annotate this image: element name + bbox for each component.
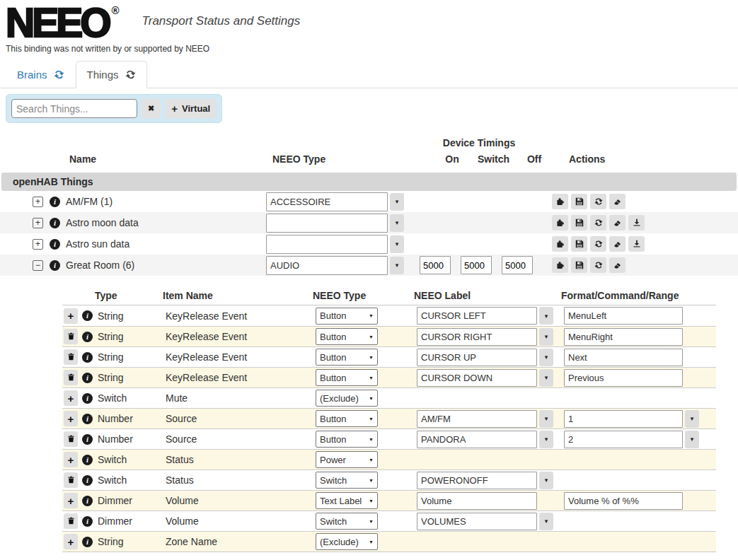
neeo-type-input[interactable] xyxy=(266,192,388,211)
format-command-range-input[interactable] xyxy=(564,492,683,510)
export-button[interactable] xyxy=(628,236,645,252)
delete-channel-button[interactable] xyxy=(64,349,78,365)
info-icon[interactable]: i xyxy=(82,516,93,527)
neeo-label-input[interactable] xyxy=(417,492,537,510)
neeo-type-dropdown-button[interactable]: ▾ xyxy=(390,193,404,211)
neeo-type-select[interactable]: Button▼ xyxy=(316,410,378,427)
expand-icon[interactable]: + xyxy=(33,197,43,207)
neeo-label-dropdown-button[interactable]: ▾ xyxy=(539,472,553,489)
refresh-button[interactable] xyxy=(590,194,606,209)
expand-icon[interactable]: + xyxy=(33,218,43,228)
neeo-label-input[interactable] xyxy=(417,349,537,366)
info-icon[interactable]: i xyxy=(82,332,93,342)
search-input[interactable] xyxy=(11,99,137,118)
neeo-type-select[interactable]: Switch▼ xyxy=(316,472,378,489)
neeo-type-select[interactable]: Switch▼ xyxy=(316,513,378,530)
neeo-type-select[interactable]: (Exclude)▼ xyxy=(316,533,378,550)
save-button[interactable] xyxy=(571,257,587,273)
erase-button[interactable] xyxy=(609,194,625,209)
neeo-type-select[interactable]: Button▼ xyxy=(316,349,378,366)
delete-channel-button[interactable] xyxy=(64,472,78,488)
neeo-type-dropdown-button[interactable]: ▾ xyxy=(390,257,404,274)
save-button[interactable] xyxy=(571,215,587,231)
neeo-label-input[interactable] xyxy=(417,369,537,387)
format-dropdown-button[interactable]: ▾ xyxy=(685,431,699,448)
add-virtual-button[interactable]: + Virtual xyxy=(165,99,217,118)
delete-channel-button[interactable] xyxy=(64,513,78,529)
format-command-range-input[interactable] xyxy=(564,349,683,366)
channels-button[interactable] xyxy=(552,257,568,273)
neeo-label-input[interactable] xyxy=(417,328,537,346)
neeo-label-input[interactable] xyxy=(417,472,537,489)
collapse-icon[interactable]: − xyxy=(33,260,43,271)
refresh-button[interactable] xyxy=(590,215,606,231)
refresh-button[interactable] xyxy=(590,257,606,273)
neeo-label-input[interactable] xyxy=(417,410,537,428)
info-icon[interactable]: i xyxy=(82,310,93,321)
erase-button[interactable] xyxy=(609,215,625,231)
neeo-type-select[interactable]: Button▼ xyxy=(316,369,378,386)
channels-button[interactable] xyxy=(552,194,568,209)
erase-button[interactable] xyxy=(609,257,625,273)
save-button[interactable] xyxy=(571,236,587,252)
neeo-label-dropdown-button[interactable]: ▾ xyxy=(539,307,553,325)
info-icon[interactable]: i xyxy=(82,537,93,547)
add-channel-button[interactable]: + xyxy=(64,411,78,426)
neeo-label-dropdown-button[interactable]: ▾ xyxy=(539,513,553,530)
delete-channel-button[interactable] xyxy=(64,370,78,385)
tab-brains[interactable]: Brains xyxy=(6,61,76,88)
info-icon[interactable]: i xyxy=(50,218,60,228)
timing-switch-input[interactable] xyxy=(461,256,492,274)
refresh-icon[interactable] xyxy=(54,69,64,80)
neeo-type-select[interactable]: Button▼ xyxy=(316,431,378,448)
export-button[interactable] xyxy=(628,215,645,231)
delete-channel-button[interactable] xyxy=(64,431,78,447)
info-icon[interactable]: i xyxy=(82,496,93,506)
neeo-label-dropdown-button[interactable]: ▾ xyxy=(539,431,553,448)
neeo-type-select[interactable]: Button▼ xyxy=(316,308,378,325)
delete-channel-button[interactable] xyxy=(64,329,78,344)
neeo-type-input[interactable] xyxy=(266,256,388,275)
format-command-range-input[interactable] xyxy=(564,328,683,346)
channels-button[interactable] xyxy=(552,215,568,231)
info-icon[interactable]: i xyxy=(82,352,93,363)
channels-button[interactable] xyxy=(552,236,568,252)
neeo-label-dropdown-button[interactable]: ▾ xyxy=(539,369,553,387)
add-channel-button[interactable]: + xyxy=(64,534,78,549)
info-icon[interactable]: i xyxy=(50,260,60,271)
neeo-type-select[interactable]: Text Label▼ xyxy=(316,492,378,509)
neeo-label-input[interactable] xyxy=(417,513,537,530)
info-icon[interactable]: i xyxy=(50,197,60,207)
format-command-range-input[interactable] xyxy=(564,410,683,428)
erase-button[interactable] xyxy=(609,236,625,252)
format-command-range-input[interactable] xyxy=(564,431,683,448)
info-icon[interactable]: i xyxy=(50,239,60,250)
add-channel-button[interactable]: + xyxy=(64,308,78,324)
format-dropdown-button[interactable]: ▾ xyxy=(685,410,699,428)
neeo-type-input[interactable] xyxy=(266,214,388,233)
neeo-type-input[interactable] xyxy=(266,235,388,254)
expand-icon[interactable]: + xyxy=(33,239,43,250)
info-icon[interactable]: i xyxy=(82,475,93,486)
neeo-label-dropdown-button[interactable]: ▾ xyxy=(539,410,553,428)
info-icon[interactable]: i xyxy=(82,393,93,404)
save-button[interactable] xyxy=(571,194,587,209)
neeo-type-select[interactable]: Power▼ xyxy=(316,451,378,468)
info-icon[interactable]: i xyxy=(82,434,93,445)
tab-things[interactable]: Things xyxy=(76,61,147,88)
refresh-icon[interactable] xyxy=(125,69,136,80)
add-channel-button[interactable]: + xyxy=(64,390,78,406)
info-icon[interactable]: i xyxy=(82,414,93,424)
info-icon[interactable]: i xyxy=(82,373,93,383)
neeo-type-select[interactable]: (Exclude)▼ xyxy=(316,390,378,407)
timing-off-input[interactable] xyxy=(502,256,533,274)
neeo-label-dropdown-button[interactable]: ▾ xyxy=(539,349,553,366)
neeo-label-input[interactable] xyxy=(417,307,537,325)
format-command-range-input[interactable] xyxy=(564,307,683,325)
format-command-range-input[interactable] xyxy=(564,369,683,387)
add-channel-button[interactable]: + xyxy=(64,493,78,508)
neeo-label-input[interactable] xyxy=(417,431,537,448)
info-icon[interactable]: i xyxy=(82,455,93,465)
neeo-type-dropdown-button[interactable]: ▾ xyxy=(390,214,404,232)
neeo-type-dropdown-button[interactable]: ▾ xyxy=(390,235,404,253)
